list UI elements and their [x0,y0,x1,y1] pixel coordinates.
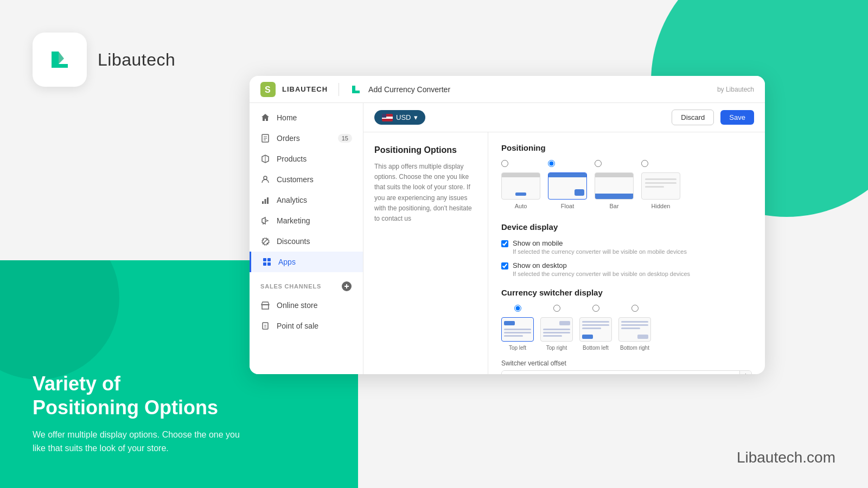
switcher-radio-bottom-left[interactable] [592,305,599,312]
desc-body: This app offers multiple display options… [374,162,477,224]
desc-title: Positioning Options [374,145,477,155]
switcher-top-right: Top right [540,305,573,351]
sidebar-products-label: Products [277,155,307,163]
pos-preview-bar [595,172,634,200]
pos-float-label: Float [561,203,574,209]
pos-icon [260,321,270,331]
sidebar-item-customers[interactable]: Customers [250,169,363,190]
chevron-down-icon: ▾ [414,113,418,121]
svg-point-7 [264,176,267,179]
switcher-bottom-right-label: Bottom right [620,345,649,351]
bottom-text-block: Variety ofPositioning Options We offer m… [33,372,250,455]
switcher-preview-bottom-left [579,317,612,342]
store-icon [260,300,270,310]
show-desktop-checkbox[interactable] [501,262,508,269]
brand-name: Libautech [98,50,175,70]
pos-preview-hidden [641,172,680,200]
svg-rect-8 [262,201,264,204]
content-split: Positioning Options This app offers mult… [363,132,765,374]
logo-box [33,33,87,87]
logo-area: Libautech [33,33,175,87]
switcher-bottom-left: Bottom left [579,305,612,351]
vertical-offset-label: Switcher vertical offset [501,359,752,367]
arc-decoration [0,260,119,380]
auto-top-bar [502,173,540,177]
by-libautech-label: by Libautech [717,86,754,93]
description-panel: Positioning Options This app offers mult… [363,132,488,374]
show-desktop-hint: If selected the currency converter will … [513,271,690,277]
bottom-heading: Variety ofPositioning Options [33,372,250,419]
sidebar-item-discounts[interactable]: Discounts [250,231,363,252]
svg-rect-15 [263,258,266,261]
sidebar-item-marketing[interactable]: Marketing [250,210,363,231]
switcher-bottom-left-label: Bottom left [583,345,609,351]
vertical-offset-group: Switcher vertical offset ▲ ▼ Specify how… [501,359,752,374]
pos-option-bar: Bar [595,160,634,209]
discard-button[interactable]: Discard [672,110,714,125]
sidebar-item-point-of-sale[interactable]: Point of sale [250,316,363,336]
sidebar-orders-label: Orders [277,134,300,143]
pos-radio-float[interactable] [548,160,555,167]
svg-text:S: S [265,85,271,94]
svg-rect-18 [267,262,271,266]
sw-bl-btn [582,335,593,339]
pos-preview-auto [501,172,540,200]
auto-btn-indicator [515,192,526,196]
save-button[interactable]: Save [720,110,754,125]
switcher-preview-top-left [501,317,534,342]
switcher-radio-bottom-right[interactable] [631,305,639,312]
add-sales-channel-icon[interactable] [341,281,352,292]
main-content: USD ▾ Discard Save Positioning Options T… [363,103,765,374]
sidebar-marketing-label: Marketing [277,216,310,225]
currency-label: USD [396,113,411,121]
usd-flag-icon [382,114,393,121]
hidden-line-3 [645,186,664,188]
sidebar-item-online-store[interactable]: Online store [250,295,363,316]
vertical-offset-up-btn[interactable]: ▲ [740,371,751,374]
pos-radio-hidden[interactable] [641,160,648,167]
switcher-display-title: Currency switcher display [501,288,752,297]
vertical-offset-input[interactable] [502,371,739,374]
vertical-offset-spinners: ▲ ▼ [739,371,751,374]
apps-icon [262,257,272,267]
sidebar-item-home[interactable]: Home [250,107,363,128]
orders-icon [260,133,270,143]
switcher-options: Top left [501,305,752,351]
bottom-body: We offer multiple display options. Choos… [33,428,250,455]
pos-preview-float [548,172,587,200]
sidebar-item-products[interactable]: Products [250,149,363,169]
sw-bl-lines [582,321,609,329]
hidden-lines [645,178,676,190]
show-mobile-checkbox[interactable] [501,240,508,247]
pos-radio-float-row [548,160,587,167]
switcher-preview-bottom-right [618,317,651,342]
sidebar-item-orders[interactable]: Orders 15 [250,128,363,149]
show-mobile-row: Show on mobile If selected the currency … [501,239,752,255]
pos-label: Point of sale [277,322,318,330]
switcher-radio-top-left[interactable] [514,305,521,312]
svg-rect-9 [265,199,266,204]
sidebar-analytics-label: Analytics [277,196,307,204]
sidebar-item-analytics[interactable]: Analytics [250,190,363,210]
pos-radio-auto[interactable] [501,160,508,167]
products-icon [260,154,270,164]
home-icon [260,113,270,123]
sales-channels-section: SALES CHANNELS [250,272,363,295]
currency-button[interactable]: USD ▾ [374,110,425,125]
sidebar: Home Orders 15 [250,103,363,374]
pos-hidden-label: Hidden [652,203,671,209]
shopify-store-label: LIBAUTECH [282,85,328,93]
sidebar-customers-label: Customers [277,175,314,184]
svg-rect-23 [263,323,268,329]
positioning-options: Auto Float [501,160,752,209]
sidebar-apps-label: Apps [278,258,296,266]
pos-radio-bar[interactable] [595,160,602,167]
switcher-radio-top-right[interactable] [553,305,560,312]
switcher-bottom-right: Bottom right [618,305,651,351]
pos-auto-label: Auto [515,203,527,209]
sidebar-item-apps[interactable]: Apps [250,252,363,272]
show-mobile-label: Show on mobile [513,239,687,247]
pos-option-auto: Auto [501,160,540,209]
pos-option-hidden: Hidden [641,160,680,209]
device-display-title: Device display [501,222,752,232]
